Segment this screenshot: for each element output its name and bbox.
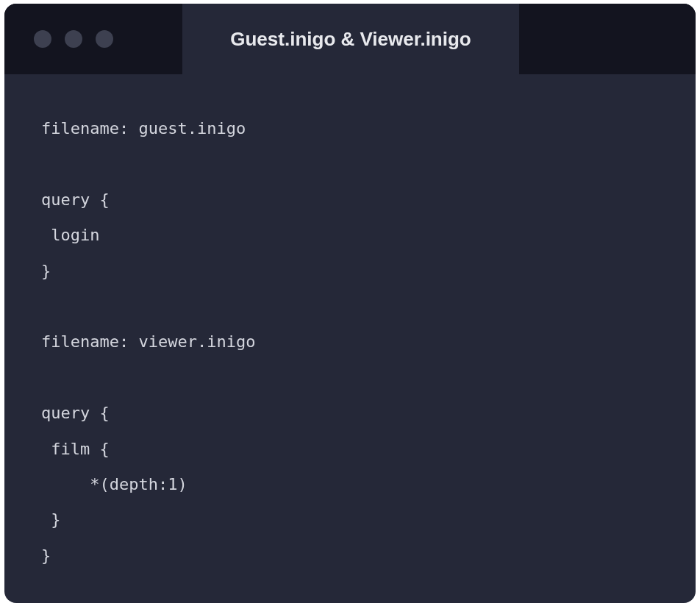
active-tab[interactable]: Guest.inigo & Viewer.inigo [182, 4, 519, 74]
window-controls [4, 30, 113, 48]
titlebar: Guest.inigo & Viewer.inigo [4, 4, 696, 74]
close-icon[interactable] [34, 30, 51, 48]
tab-title: Guest.inigo & Viewer.inigo [230, 28, 471, 51]
maximize-icon[interactable] [96, 30, 113, 48]
editor-window: Guest.inigo & Viewer.inigo filename: gue… [4, 4, 696, 603]
minimize-icon[interactable] [65, 30, 82, 48]
code-content[interactable]: filename: guest.inigo query { login } fi… [4, 74, 696, 603]
